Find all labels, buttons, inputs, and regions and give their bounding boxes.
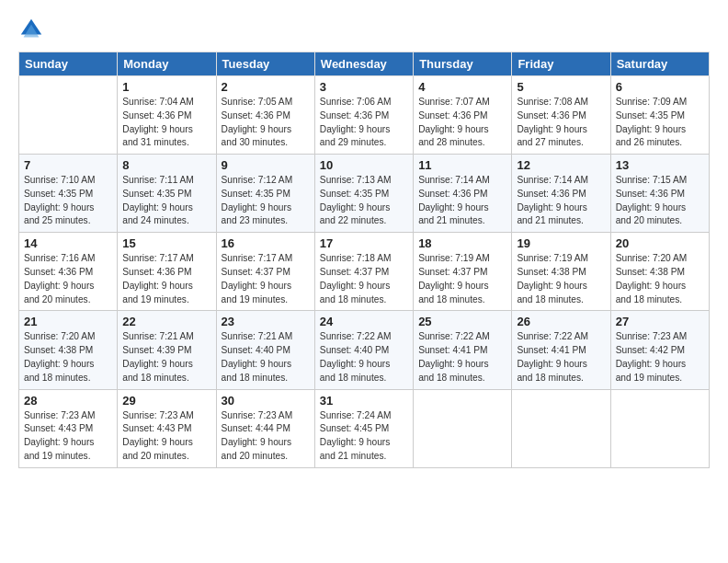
day-number: 13 (616, 158, 704, 172)
cell-content: Sunrise: 7:14 AM Sunset: 4:36 PM Dayligh… (418, 174, 506, 228)
calendar-cell: 10Sunrise: 7:13 AM Sunset: 4:35 PM Dayli… (314, 155, 413, 233)
calendar-cell: 3Sunrise: 7:06 AM Sunset: 4:36 PM Daylig… (314, 76, 413, 155)
cell-content: Sunrise: 7:21 AM Sunset: 4:40 PM Dayligh… (222, 330, 310, 385)
day-number: 8 (122, 158, 210, 172)
calendar-cell: 14Sunrise: 7:16 AM Sunset: 4:36 PM Dayli… (19, 233, 118, 311)
day-number: 17 (320, 236, 408, 250)
calendar-week-0: 1Sunrise: 7:04 AM Sunset: 4:36 PM Daylig… (19, 76, 710, 155)
calendar-cell: 28Sunrise: 7:23 AM Sunset: 4:43 PM Dayli… (19, 389, 118, 467)
logo (18, 17, 48, 42)
calendar-cell (512, 389, 610, 467)
cell-content: Sunrise: 7:07 AM Sunset: 4:36 PM Dayligh… (418, 96, 506, 150)
cell-content: Sunrise: 7:16 AM Sunset: 4:36 PM Dayligh… (24, 252, 112, 306)
day-number: 5 (517, 80, 605, 94)
day-number: 28 (24, 394, 112, 408)
calendar: SundayMondayTuesdayWednesdayThursdayFrid… (18, 52, 710, 468)
cell-content: Sunrise: 7:17 AM Sunset: 4:37 PM Dayligh… (222, 252, 310, 306)
day-number: 9 (222, 158, 310, 172)
cell-content: Sunrise: 7:19 AM Sunset: 4:37 PM Dayligh… (418, 252, 506, 306)
calendar-cell: 15Sunrise: 7:17 AM Sunset: 4:36 PM Dayli… (118, 233, 216, 311)
calendar-header-row: SundayMondayTuesdayWednesdayThursdayFrid… (19, 52, 710, 76)
day-number: 26 (517, 315, 605, 328)
day-number: 24 (320, 315, 408, 328)
cell-content: Sunrise: 7:23 AM Sunset: 4:42 PM Dayligh… (616, 330, 704, 385)
day-number: 16 (222, 236, 310, 250)
cell-content: Sunrise: 7:23 AM Sunset: 4:44 PM Dayligh… (222, 409, 310, 464)
calendar-header-saturday: Saturday (610, 52, 709, 76)
calendar-week-1: 7Sunrise: 7:10 AM Sunset: 4:35 PM Daylig… (19, 155, 710, 233)
calendar-week-3: 21Sunrise: 7:20 AM Sunset: 4:38 PM Dayli… (19, 311, 710, 389)
calendar-cell: 22Sunrise: 7:21 AM Sunset: 4:39 PM Dayli… (118, 311, 216, 389)
day-number: 1 (122, 80, 210, 94)
day-number: 7 (24, 158, 112, 172)
calendar-cell (19, 76, 118, 155)
cell-content: Sunrise: 7:23 AM Sunset: 4:43 PM Dayligh… (24, 409, 112, 464)
cell-content: Sunrise: 7:15 AM Sunset: 4:36 PM Dayligh… (616, 174, 704, 228)
calendar-header-friday: Friday (512, 52, 610, 76)
day-number: 4 (418, 80, 506, 94)
day-number: 29 (122, 394, 210, 408)
page: SundayMondayTuesdayWednesdayThursdayFrid… (0, 0, 728, 563)
cell-content: Sunrise: 7:24 AM Sunset: 4:45 PM Dayligh… (320, 409, 408, 464)
day-number: 12 (517, 158, 605, 172)
day-number: 3 (320, 80, 408, 94)
calendar-cell: 20Sunrise: 7:20 AM Sunset: 4:38 PM Dayli… (610, 233, 709, 311)
calendar-cell: 25Sunrise: 7:22 AM Sunset: 4:41 PM Dayli… (414, 311, 512, 389)
calendar-cell: 12Sunrise: 7:14 AM Sunset: 4:36 PM Dayli… (512, 155, 610, 233)
calendar-cell: 19Sunrise: 7:19 AM Sunset: 4:38 PM Dayli… (512, 233, 610, 311)
calendar-week-2: 14Sunrise: 7:16 AM Sunset: 4:36 PM Dayli… (19, 233, 710, 311)
cell-content: Sunrise: 7:21 AM Sunset: 4:39 PM Dayligh… (122, 330, 210, 385)
cell-content: Sunrise: 7:09 AM Sunset: 4:35 PM Dayligh… (616, 96, 704, 150)
calendar-cell: 11Sunrise: 7:14 AM Sunset: 4:36 PM Dayli… (414, 155, 512, 233)
calendar-header-monday: Monday (118, 52, 216, 76)
logo-icon (18, 17, 44, 42)
calendar-cell: 27Sunrise: 7:23 AM Sunset: 4:42 PM Dayli… (610, 311, 709, 389)
calendar-cell: 29Sunrise: 7:23 AM Sunset: 4:43 PM Dayli… (118, 389, 216, 467)
calendar-cell: 8Sunrise: 7:11 AM Sunset: 4:35 PM Daylig… (118, 155, 216, 233)
header (18, 17, 710, 42)
calendar-cell: 17Sunrise: 7:18 AM Sunset: 4:37 PM Dayli… (314, 233, 413, 311)
day-number: 6 (616, 80, 704, 94)
cell-content: Sunrise: 7:19 AM Sunset: 4:38 PM Dayligh… (517, 252, 605, 306)
day-number: 22 (122, 315, 210, 328)
cell-content: Sunrise: 7:04 AM Sunset: 4:36 PM Dayligh… (122, 96, 210, 150)
cell-content: Sunrise: 7:18 AM Sunset: 4:37 PM Dayligh… (320, 252, 408, 306)
calendar-cell (414, 389, 512, 467)
calendar-cell: 18Sunrise: 7:19 AM Sunset: 4:37 PM Dayli… (414, 233, 512, 311)
cell-content: Sunrise: 7:22 AM Sunset: 4:40 PM Dayligh… (320, 330, 408, 385)
calendar-cell: 30Sunrise: 7:23 AM Sunset: 4:44 PM Dayli… (216, 389, 314, 467)
day-number: 20 (616, 236, 704, 250)
calendar-header-tuesday: Tuesday (216, 52, 314, 76)
calendar-cell: 9Sunrise: 7:12 AM Sunset: 4:35 PM Daylig… (216, 155, 314, 233)
day-number: 10 (320, 158, 408, 172)
calendar-cell: 7Sunrise: 7:10 AM Sunset: 4:35 PM Daylig… (19, 155, 118, 233)
day-number: 2 (222, 80, 310, 94)
cell-content: Sunrise: 7:06 AM Sunset: 4:36 PM Dayligh… (320, 96, 408, 150)
day-number: 18 (418, 236, 506, 250)
calendar-week-4: 28Sunrise: 7:23 AM Sunset: 4:43 PM Dayli… (19, 389, 710, 467)
calendar-cell: 13Sunrise: 7:15 AM Sunset: 4:36 PM Dayli… (610, 155, 709, 233)
calendar-header-thursday: Thursday (414, 52, 512, 76)
day-number: 14 (24, 236, 112, 250)
calendar-cell: 2Sunrise: 7:05 AM Sunset: 4:36 PM Daylig… (216, 76, 314, 155)
calendar-cell: 23Sunrise: 7:21 AM Sunset: 4:40 PM Dayli… (216, 311, 314, 389)
calendar-cell: 16Sunrise: 7:17 AM Sunset: 4:37 PM Dayli… (216, 233, 314, 311)
cell-content: Sunrise: 7:23 AM Sunset: 4:43 PM Dayligh… (122, 409, 210, 464)
calendar-cell: 31Sunrise: 7:24 AM Sunset: 4:45 PM Dayli… (314, 389, 413, 467)
cell-content: Sunrise: 7:22 AM Sunset: 4:41 PM Dayligh… (418, 330, 506, 385)
cell-content: Sunrise: 7:14 AM Sunset: 4:36 PM Dayligh… (517, 174, 605, 228)
day-number: 11 (418, 158, 506, 172)
calendar-cell (610, 389, 709, 467)
cell-content: Sunrise: 7:20 AM Sunset: 4:38 PM Dayligh… (616, 252, 704, 306)
day-number: 21 (24, 315, 112, 328)
calendar-cell: 21Sunrise: 7:20 AM Sunset: 4:38 PM Dayli… (19, 311, 118, 389)
calendar-cell: 24Sunrise: 7:22 AM Sunset: 4:40 PM Dayli… (314, 311, 413, 389)
calendar-cell: 1Sunrise: 7:04 AM Sunset: 4:36 PM Daylig… (118, 76, 216, 155)
cell-content: Sunrise: 7:22 AM Sunset: 4:41 PM Dayligh… (517, 330, 605, 385)
day-number: 31 (320, 394, 408, 408)
cell-content: Sunrise: 7:11 AM Sunset: 4:35 PM Dayligh… (122, 174, 210, 228)
cell-content: Sunrise: 7:08 AM Sunset: 4:36 PM Dayligh… (517, 96, 605, 150)
day-number: 15 (122, 236, 210, 250)
day-number: 30 (222, 394, 310, 408)
calendar-cell: 6Sunrise: 7:09 AM Sunset: 4:35 PM Daylig… (610, 76, 709, 155)
